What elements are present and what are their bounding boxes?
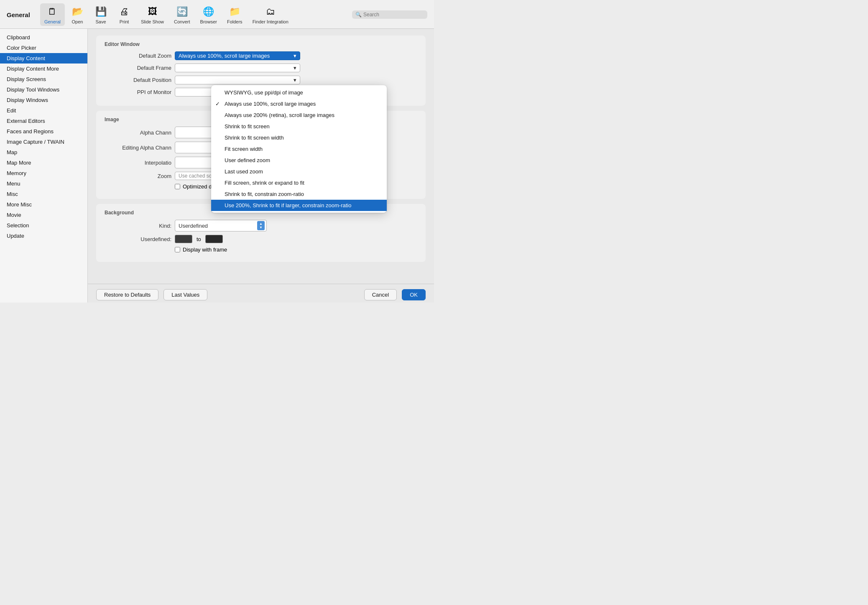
color-swatch-1[interactable] <box>175 235 192 243</box>
toolbar-items: 🗒 General 📂 Open 💾 Save 🖨 Print 🖼 Slide … <box>40 3 352 26</box>
sidebar-item-faces-and-regions[interactable]: Faces and Regions <box>0 126 87 137</box>
zoom-dropdown[interactable]: WYSIWYG, use ppi/dpi of image✓Always use… <box>211 85 387 213</box>
alpha-chann-label: Alpha Chann <box>105 130 171 136</box>
display-with-frame-row: Display with frame <box>175 247 417 253</box>
position-dropdown-arrow[interactable]: ▾ <box>294 77 296 83</box>
kind-select[interactable]: Userdefined ▲ ▼ <box>175 220 267 231</box>
toolbar-label-print: Print <box>120 19 129 24</box>
toolbar-label-slideshow: Slide Show <box>141 19 164 24</box>
toolbar-item-print[interactable]: 🖨 Print <box>113 3 135 26</box>
dropdown-item-shrink-screen[interactable]: Shrink to fit screen <box>211 121 387 132</box>
sidebar-item-clipboard[interactable]: Clipboard <box>0 32 87 43</box>
display-with-frame-label: Display with frame <box>183 247 227 253</box>
default-position-label: Default Position <box>105 77 171 83</box>
frame-dropdown-arrow[interactable]: ▾ <box>294 65 296 71</box>
default-position-row: Default Position ▾ <box>105 76 417 84</box>
toolbar-icon-save: 💾 <box>94 5 107 18</box>
kind-select-text: Userdefined <box>179 223 257 229</box>
ok-button[interactable]: OK <box>402 289 426 300</box>
default-frame-label: Default Frame <box>105 65 171 71</box>
sidebar-item-movie[interactable]: Movie <box>0 210 87 220</box>
sidebar-item-map-more[interactable]: Map More <box>0 158 87 168</box>
toolbar: General 🗒 General 📂 Open 💾 Save 🖨 Print … <box>0 0 434 29</box>
interpolation-label: Interpolatio <box>105 160 171 166</box>
search-input[interactable] <box>363 12 422 18</box>
toolbar-label-open: Open <box>72 19 83 24</box>
dropdown-item-shrink-width[interactable]: Shrink to fit screen width <box>211 132 387 143</box>
toolbar-item-slideshow[interactable]: 🖼 Slide Show <box>137 3 168 26</box>
sidebar-item-more-misc[interactable]: More Misc <box>0 199 87 210</box>
toolbar-label-save: Save <box>95 19 106 24</box>
toolbar-icon-general: 🗒 <box>46 5 59 18</box>
search-box[interactable]: 🔍 <box>352 10 427 19</box>
sidebar-item-display-screens[interactable]: Display Screens <box>0 74 87 84</box>
userdefined-row: Userdefined: to <box>105 235 417 243</box>
sidebar-item-image-capture[interactable]: Image Capture / TWAIN <box>0 137 87 147</box>
toolbar-item-general[interactable]: 🗒 General <box>40 3 65 26</box>
dropdown-item-wysiwyg[interactable]: WYSIWYG, use ppi/dpi of image <box>211 87 387 98</box>
main-layout: ClipboardColor PickerDisplay ContentDisp… <box>0 29 434 302</box>
sidebar-item-edit[interactable]: Edit <box>0 105 87 116</box>
default-frame-row: Default Frame ▾ <box>105 64 417 72</box>
editor-window-title: Editor Window <box>105 41 417 47</box>
toolbar-item-open[interactable]: 📂 Open <box>66 3 88 26</box>
toolbar-item-folders[interactable]: 📁 Folders <box>223 3 247 26</box>
toolbar-item-save[interactable]: 💾 Save <box>90 3 112 26</box>
sidebar-item-map[interactable]: Map <box>0 147 87 158</box>
toolbar-item-convert[interactable]: 🔄 Convert <box>170 3 194 26</box>
sidebar-item-color-picker[interactable]: Color Picker <box>0 43 87 53</box>
display-with-frame-checkbox[interactable] <box>175 247 180 252</box>
toolbar-label-general: General <box>44 19 61 24</box>
check-mark: ✓ <box>215 101 220 107</box>
optimized-display-checkbox[interactable] <box>175 184 180 189</box>
toolbar-icon-folders: 📁 <box>228 5 241 18</box>
toolbar-item-browser[interactable]: 🌐 Browser <box>196 3 221 26</box>
sidebar-item-display-windows[interactable]: Display Windows <box>0 95 87 105</box>
content-area: Editor Window Default Zoom Always use 10… <box>88 29 434 302</box>
sidebar-item-menu[interactable]: Menu <box>0 178 87 189</box>
editing-alpha-label: Editing Alpha Chann <box>105 145 171 151</box>
zoom-label: Zoom <box>105 173 171 179</box>
default-position-value[interactable]: ▾ <box>175 76 300 84</box>
sidebar-item-update[interactable]: Update <box>0 231 87 241</box>
dropdown-item-user-zoom[interactable]: User defined zoom <box>211 155 387 166</box>
toolbar-label-convert: Convert <box>174 19 190 24</box>
dropdown-item-use-200[interactable]: Use 200%, Shrink to fit if larger, const… <box>211 200 387 211</box>
default-zoom-label: Default Zoom <box>105 53 171 59</box>
toolbar-icon-print: 🖨 <box>117 5 131 18</box>
default-frame-value[interactable]: ▾ <box>175 64 300 72</box>
toolbar-label-folders: Folders <box>227 19 243 24</box>
ppi-label: PPI of Monitor <box>105 89 171 95</box>
toolbar-label-browser: Browser <box>200 19 217 24</box>
toolbar-icon-open: 📂 <box>71 5 84 18</box>
kind-label: Kind: <box>105 223 171 229</box>
restore-defaults-button[interactable]: Restore to Defaults <box>96 289 158 300</box>
sidebar-item-memory[interactable]: Memory <box>0 168 87 178</box>
to-label: to <box>197 236 201 242</box>
dropdown-item-fit-width[interactable]: Fit screen width <box>211 143 387 155</box>
color-swatch-2[interactable] <box>205 235 223 243</box>
sidebar-item-misc[interactable]: Misc <box>0 189 87 199</box>
toolbar-icon-slideshow: 🖼 <box>146 5 159 18</box>
sidebar-item-display-content[interactable]: Display Content <box>0 53 87 64</box>
sidebar-item-display-content-more[interactable]: Display Content More <box>0 64 87 74</box>
last-values-button[interactable]: Last Values <box>163 289 207 300</box>
userdefined-controls: to <box>175 235 223 243</box>
zoom-dropdown-arrow[interactable]: ▾ <box>294 53 296 59</box>
toolbar-label-finder: Finder Integration <box>253 19 288 24</box>
dropdown-item-200pct[interactable]: Always use 200% (retina), scroll large i… <box>211 109 387 121</box>
kind-spinner[interactable]: ▲ ▼ <box>257 221 265 230</box>
dropdown-item-shrink-ratio[interactable]: Shrink to fit, constrain zoom-ratio <box>211 188 387 200</box>
toolbar-item-finder[interactable]: 🗂 Finder Integration <box>248 3 293 26</box>
sidebar-item-selection[interactable]: Selection <box>0 220 87 231</box>
app-title: General <box>7 11 30 18</box>
sidebar-item-external-editors[interactable]: External Editors <box>0 116 87 126</box>
toolbar-icon-browser: 🌐 <box>202 5 215 18</box>
dropdown-item-fill-screen[interactable]: Fill screen, shrink or expand to fit <box>211 177 387 188</box>
kind-row: Kind: Userdefined ▲ ▼ <box>105 220 417 231</box>
cancel-button[interactable]: Cancel <box>364 289 397 300</box>
dropdown-item-last-zoom[interactable]: Last used zoom <box>211 166 387 177</box>
dropdown-item-100pct[interactable]: ✓Always use 100%, scroll large images <box>211 98 387 109</box>
sidebar-item-display-tool-windows[interactable]: Display Tool Windows <box>0 84 87 95</box>
default-zoom-value[interactable]: Always use 100%, scroll large images ▾ <box>175 51 300 60</box>
